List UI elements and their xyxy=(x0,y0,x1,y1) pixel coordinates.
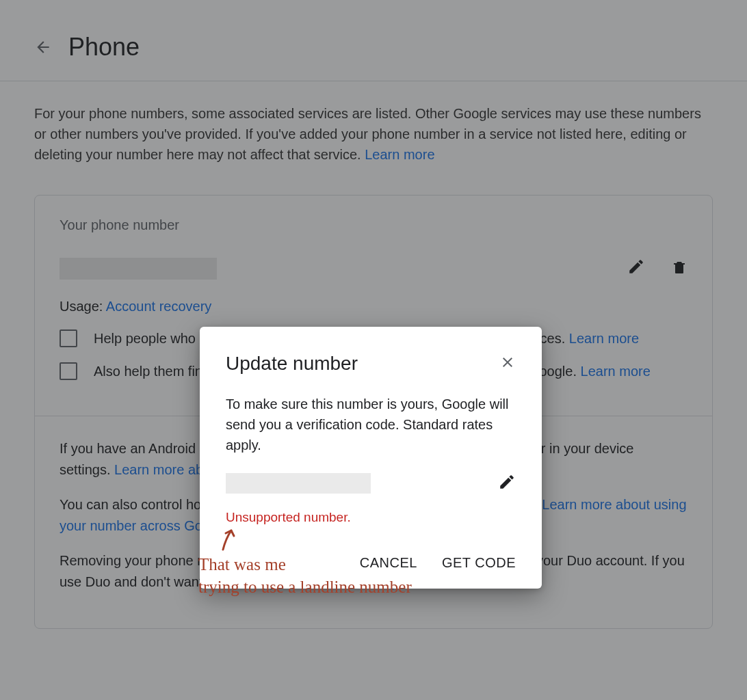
modal-overlay[interactable]: Update number To make sure this number i… xyxy=(0,0,747,700)
dialog-error: Unsupported number. xyxy=(226,510,516,525)
update-number-dialog: Update number To make sure this number i… xyxy=(200,327,542,589)
get-code-button[interactable]: GET CODE xyxy=(442,555,516,571)
dialog-actions: CANCEL GET CODE xyxy=(226,555,516,571)
dialog-edit-button[interactable] xyxy=(498,473,516,494)
cancel-button[interactable]: CANCEL xyxy=(360,555,417,571)
dialog-header: Update number xyxy=(226,353,516,375)
dialog-title: Update number xyxy=(226,353,358,375)
pencil-icon xyxy=(498,473,516,491)
dialog-number-redacted xyxy=(226,473,371,494)
close-icon xyxy=(499,354,516,371)
dialog-close-button[interactable] xyxy=(499,354,516,373)
dialog-body: To make sure this number is yours, Googl… xyxy=(226,394,516,455)
dialog-number-row xyxy=(226,473,516,494)
